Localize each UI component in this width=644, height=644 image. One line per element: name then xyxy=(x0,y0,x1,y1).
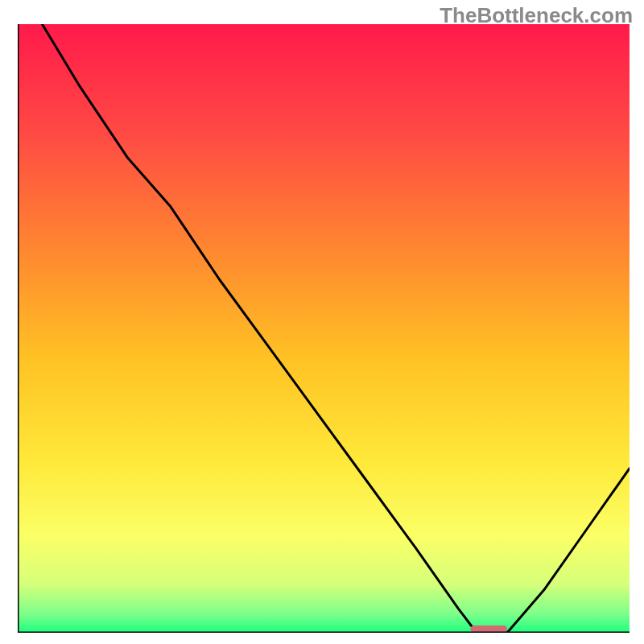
chart-svg xyxy=(18,24,630,633)
chart-container: TheBottleneck.com xyxy=(0,0,644,644)
gradient-background xyxy=(18,24,630,633)
plot-area xyxy=(18,24,630,633)
